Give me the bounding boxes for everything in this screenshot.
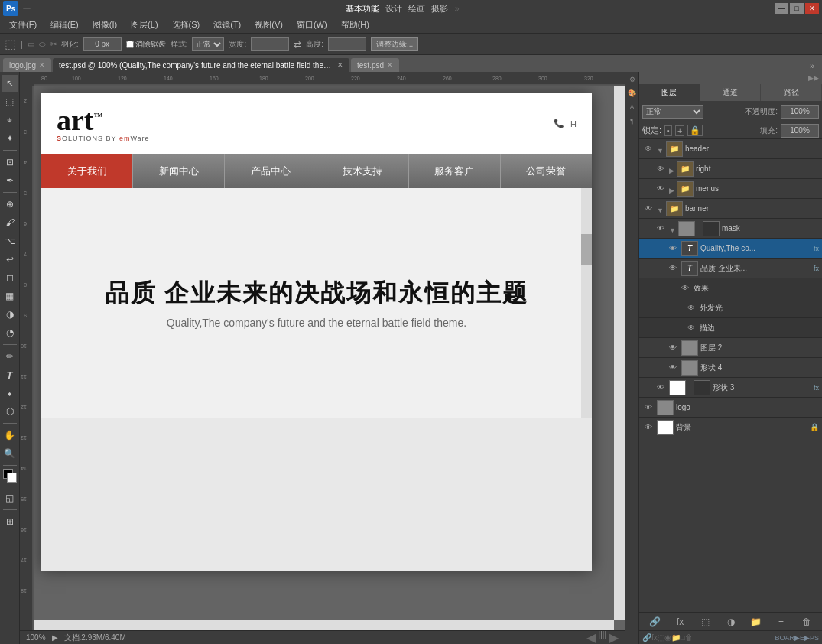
tab-overflow-button[interactable]: » <box>805 60 819 72</box>
banner-scrollbar[interactable] <box>581 188 592 418</box>
ws-btn-photo[interactable]: 摄影 <box>431 3 448 15</box>
layer-vis-outer-glow[interactable]: 👁 <box>685 302 697 314</box>
menu-select[interactable]: 选择(S) <box>166 18 206 32</box>
crop-tool[interactable]: ⊡ <box>2 154 18 171</box>
maximize-button[interactable]: □ <box>790 3 804 14</box>
tab-testpsd2-close[interactable]: ✕ <box>387 61 393 69</box>
panel-footer-del[interactable]: 🗑 <box>685 633 693 642</box>
menu-view[interactable]: 视图(V) <box>249 18 289 32</box>
layer-vis-quality-en[interactable]: 👁 <box>667 242 679 255</box>
tab-testpsd2[interactable]: test.psd ✕ <box>351 58 399 72</box>
link-layers-button[interactable]: 🔗 <box>648 614 663 629</box>
layer-expand-mask[interactable]: ▼ <box>669 222 676 236</box>
nav-honor[interactable]: 公司荣誉 <box>501 154 592 188</box>
eraser-tool[interactable]: ◻ <box>2 269 18 286</box>
blend-mode-select[interactable]: 正常 <box>642 105 703 119</box>
screen-mode-tool[interactable]: ⊞ <box>2 513 18 530</box>
nav-about[interactable]: 关于我们 <box>41 154 133 188</box>
nav-news[interactable]: 新闻中心 <box>133 154 225 188</box>
layer-vis-quality-cn[interactable]: 👁 <box>667 262 679 275</box>
right-icon-1[interactable]: ⚙ <box>626 73 638 86</box>
layer-quality-en[interactable]: 👁 T Quality,The co... fx <box>639 239 822 259</box>
ws-btn-design[interactable]: 设计 <box>385 3 402 15</box>
adjustment-button[interactable]: ◑ <box>723 614 739 629</box>
tab-testpsd-active-close[interactable]: ✕ <box>337 61 343 69</box>
feather-input[interactable] <box>83 37 122 51</box>
canvas-scrollbar-v[interactable] <box>614 86 625 620</box>
layer-vis-logo[interactable]: 👁 <box>642 402 655 414</box>
layer-expand-right[interactable]: ▶ <box>669 162 674 176</box>
selection-tool-icon[interactable]: ⬚ <box>5 37 16 51</box>
group-button[interactable]: 📁 <box>749 614 764 629</box>
gradient-tool[interactable]: ▦ <box>2 288 18 304</box>
lasso-sel-icon[interactable]: ✂ <box>50 40 57 48</box>
fill-input[interactable] <box>781 124 819 138</box>
mode-btn-file[interactable] <box>23 8 31 9</box>
nav-service[interactable]: 服务客户 <box>409 154 501 188</box>
panel-footer-link[interactable]: 🔗 <box>642 633 651 642</box>
zoom-level[interactable]: 100% <box>26 633 46 642</box>
tab-logo-close[interactable]: ✕ <box>39 61 45 69</box>
anti-alias-checkbox[interactable] <box>126 41 134 48</box>
layer-vis-stroke[interactable]: 👁 <box>685 322 697 334</box>
opacity-input[interactable] <box>781 105 819 119</box>
rect-sel-icon[interactable]: ▭ <box>28 40 34 48</box>
panel-footer-folder[interactable]: 📁 <box>671 633 681 642</box>
ws-btn-basic[interactable]: 基本功能 <box>346 3 379 15</box>
layer-expand-banner[interactable]: ▼ <box>657 202 664 216</box>
ellipse-sel-icon[interactable]: ⬭ <box>39 40 46 49</box>
layer-banner[interactable]: 👁 ▼ 📁 banner <box>639 199 822 219</box>
layer-vis-header[interactable]: 👁 <box>642 143 655 155</box>
adjust-edge-button[interactable]: 调整边缘... <box>371 37 418 51</box>
tab-testpsd-active[interactable]: test.psd @ 100% (Quality,The company's f… <box>53 58 349 72</box>
layer-vis-layer2[interactable]: 👁 <box>667 342 679 354</box>
pen-tool[interactable]: ✏ <box>2 348 18 365</box>
blur-tool[interactable]: ◑ <box>2 306 18 323</box>
quick-mask-tool[interactable]: ◱ <box>2 490 18 506</box>
layers-tab[interactable]: 图层 <box>639 84 700 101</box>
nav-products[interactable]: 产品中心 <box>225 154 317 188</box>
path-tool[interactable]: ⬥ <box>2 385 18 402</box>
menu-help[interactable]: 帮助(H) <box>335 18 375 32</box>
menu-image[interactable]: 图像(I) <box>86 18 123 32</box>
layer-vis-right[interactable]: 👁 <box>655 163 667 175</box>
panel-collapse-icon[interactable]: ▶▶ <box>808 74 819 82</box>
type-tool[interactable]: T <box>2 366 18 383</box>
paths-tab[interactable]: 路径 <box>761 84 822 101</box>
layer-menus[interactable]: 👁 ▶ 📁 menus <box>639 179 822 199</box>
select-tool[interactable]: ⬚ <box>2 93 18 110</box>
layer-vis-mask[interactable]: 👁 <box>655 223 667 235</box>
height-input[interactable] <box>328 37 366 51</box>
brush-tool[interactable]: 🖌 <box>2 214 18 231</box>
layer-vis-banner[interactable]: 👁 <box>642 203 655 215</box>
style-select[interactable]: 正常 <box>192 37 224 51</box>
status-next[interactable]: ▶ <box>609 630 619 644</box>
layer-expand-menus[interactable]: ▶ <box>669 182 674 196</box>
layer-vis-background[interactable]: 👁 <box>642 421 655 434</box>
layer-effects[interactable]: 👁 效果 <box>639 278 822 298</box>
banner-scrollbar-thumb[interactable] <box>581 234 592 265</box>
layer-quality-cn[interactable]: 👁 T 品质 企业未... fx <box>639 259 822 278</box>
canvas-scrollbar-h[interactable] <box>34 620 614 630</box>
menu-window[interactable]: 窗口(W) <box>291 18 333 32</box>
shape-tool[interactable]: ⬡ <box>2 403 18 420</box>
layer-shape4[interactable]: 👁 形状 4 <box>639 358 822 378</box>
menu-filter[interactable]: 滤镜(T) <box>207 18 247 32</box>
close-button[interactable]: ✕ <box>805 3 819 14</box>
width-input[interactable] <box>251 37 289 51</box>
heal-tool[interactable]: ⊕ <box>2 196 18 213</box>
eyedropper-tool[interactable]: ✒ <box>2 172 18 189</box>
layer-vis-shape3[interactable]: 👁 <box>655 382 667 394</box>
new-layer-button[interactable]: + <box>774 614 789 629</box>
channels-tab[interactable]: 通道 <box>700 84 762 101</box>
lock-pos-icon[interactable]: + <box>675 125 684 136</box>
layer-right[interactable]: 👁 ▶ 📁 right <box>639 159 822 179</box>
layer-vis-shape4[interactable]: 👁 <box>667 362 679 374</box>
delete-layer-button[interactable]: 🗑 <box>799 614 814 629</box>
layer-outer-glow[interactable]: 👁 外发光 <box>639 298 822 318</box>
background-color[interactable] <box>7 473 17 483</box>
hand-tool[interactable]: ✋ <box>2 427 18 444</box>
layer-vis-menus[interactable]: 👁 <box>655 183 667 195</box>
layer-expand-header[interactable]: ▼ <box>657 142 664 156</box>
color-swatch[interactable] <box>3 469 17 483</box>
